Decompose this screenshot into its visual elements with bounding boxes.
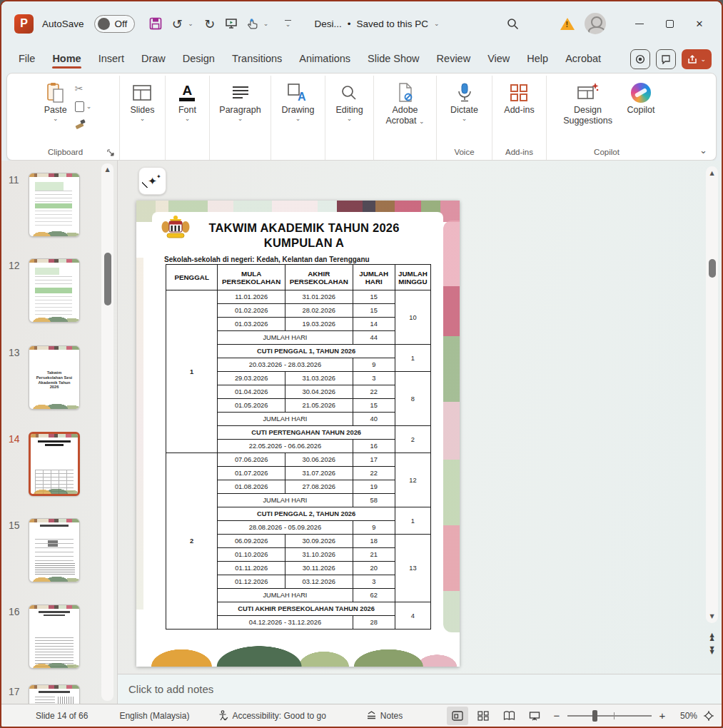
document-title-area[interactable]: Desi... • Saved to this PC ⌄ [314, 19, 439, 29]
slide-indicator[interactable]: Slide 14 of 66 [1, 704, 95, 727]
thumbnail-number-13[interactable]: 13 [1, 345, 29, 410]
table-header-cell[interactable]: MULA PERSEKOLAHAN [218, 265, 285, 290]
table-cell[interactable]: 04.12.2026 - 31.12.2026 [218, 616, 353, 630]
clipboard-dialog-launcher[interactable] [106, 148, 115, 157]
table-cell[interactable]: 01.11.2026 [218, 562, 285, 575]
slide-thumbnail-11[interactable] [29, 173, 80, 237]
addins-button[interactable]: Add-ins [499, 77, 539, 116]
table-cell[interactable]: 31.10.2026 [285, 548, 353, 562]
account-avatar[interactable] [585, 13, 606, 34]
editor-scrollbar-thumb[interactable] [709, 259, 716, 278]
table-cell[interactable]: 06.09.2026 [218, 535, 285, 548]
powerpoint-logo-icon[interactable]: P [14, 14, 34, 34]
table-cell[interactable]: 2 [166, 453, 218, 630]
designer-button[interactable]: ✦ [138, 167, 166, 195]
touch-mode-chevron[interactable]: ⌄ [263, 21, 269, 27]
share-button[interactable]: ⌄ [682, 49, 712, 69]
close-button[interactable]: ✕ [684, 11, 714, 36]
table-cell[interactable]: 01.07.2026 [218, 467, 285, 480]
copy-button[interactable]: ⌄ [75, 99, 92, 113]
table-cell[interactable]: 9 [353, 358, 395, 372]
table-cell[interactable]: 3 [353, 372, 395, 385]
table-cell[interactable]: JUMLAH HARI [218, 331, 353, 345]
table-cell[interactable]: 19 [353, 480, 395, 494]
tab-draw[interactable]: Draw [134, 48, 173, 71]
adobe-acrobat-button[interactable]: Adobe Acrobat ⌄ [378, 77, 433, 126]
table-cell[interactable]: 30.06.2026 [285, 453, 353, 467]
save-button[interactable] [145, 13, 166, 34]
table-cell[interactable]: CUTI PERTENGAHAN TAHUN 2026 [218, 426, 395, 440]
language-indicator[interactable]: English (Malaysia) [112, 704, 196, 727]
table-cell[interactable]: 07.06.2026 [218, 453, 285, 467]
zoom-slider-thumb[interactable] [592, 710, 597, 722]
table-cell[interactable]: 28 [353, 616, 395, 630]
table-cell[interactable]: 31.01.2026 [285, 290, 353, 304]
table-cell[interactable]: 4 [395, 602, 430, 630]
table-cell[interactable]: 16 [353, 440, 395, 453]
table-cell[interactable]: 19.03.2026 [285, 318, 353, 331]
cut-button[interactable]: ✂ [75, 81, 92, 96]
table-cell[interactable]: 2 [395, 426, 430, 453]
slide-thumbnail-15[interactable] [29, 518, 80, 582]
table-cell[interactable]: 31.03.2026 [285, 372, 353, 385]
undo-button[interactable]: ↺ [166, 13, 188, 34]
editor-scrollbar[interactable]: ▲ ▼ [706, 166, 718, 623]
table-cell[interactable]: 11.01.2026 [218, 290, 285, 304]
table-cell[interactable]: 20 [353, 562, 395, 575]
design-suggestions-button[interactable]: Design Suggestions [554, 77, 622, 126]
thumbnail-scroll-up-icon[interactable]: ▲ [101, 166, 113, 173]
table-cell[interactable]: CUTI PENGGAL 1, TAHUN 2026 [218, 345, 395, 358]
table-cell[interactable]: 10 [395, 290, 430, 345]
table-cell[interactable]: 22 [353, 385, 395, 399]
table-cell[interactable]: 58 [353, 494, 395, 507]
table-cell[interactable]: 28.08.2026 - 05.09.2026 [218, 521, 353, 535]
table-cell[interactable]: 14 [353, 318, 395, 331]
table-cell[interactable]: 01.03.2026 [218, 318, 285, 331]
slideshow-view-button[interactable] [524, 707, 545, 725]
quick-access-options-button[interactable]: ⌄ [277, 13, 298, 34]
slide-thumbnail-17[interactable] [29, 684, 80, 704]
thumbnail-number-14[interactable]: 14 [1, 432, 29, 496]
tab-view[interactable]: View [480, 48, 517, 71]
slide-subtitle[interactable]: Sekolah-sekolah di negeri: Kedah, Kelant… [164, 256, 370, 263]
slide-title[interactable]: TAKWIM AKADEMIK TAHUN 2026 KUMPULAN A [186, 221, 422, 251]
format-painter-button[interactable] [75, 117, 92, 131]
tab-home[interactable]: Home [45, 48, 88, 71]
font-button[interactable]: A Font ⌄ [173, 77, 201, 122]
table-cell[interactable]: 22.05.2026 - 06.06.2026 [218, 440, 353, 453]
normal-view-button[interactable] [447, 707, 468, 725]
table-cell[interactable]: 30.11.2026 [285, 562, 353, 575]
table-cell[interactable]: 13 [395, 535, 430, 602]
dictate-chevron[interactable]: ⌄ [462, 116, 467, 122]
table-cell[interactable]: 21.05.2026 [285, 399, 353, 413]
thumbnail-scrollbar-thumb[interactable] [104, 253, 111, 305]
fit-slide-to-window-button[interactable] [703, 710, 714, 722]
search-button[interactable] [502, 13, 523, 34]
notes-toggle-button[interactable]: Notes [359, 704, 410, 727]
tab-review[interactable]: Review [430, 48, 478, 71]
warning-icon[interactable] [560, 18, 575, 30]
table-cell[interactable]: 15 [353, 399, 395, 413]
zoom-out-button[interactable]: − [552, 709, 562, 722]
slide-thumbnail-14[interactable] [29, 432, 80, 496]
table-header-cell[interactable]: JUMLAH HARI [353, 265, 395, 290]
save-status-chevron[interactable]: ⌄ [434, 21, 440, 27]
tab-slide-show[interactable]: Slide Show [360, 48, 427, 71]
zoom-in-button[interactable]: + [657, 709, 667, 722]
zoom-level[interactable]: 50% [672, 711, 697, 721]
table-cell[interactable]: 27.08.2026 [285, 480, 353, 494]
tab-transitions[interactable]: Transitions [225, 48, 289, 71]
autosave-toggle[interactable]: Off [94, 15, 136, 33]
table-cell[interactable]: 40 [353, 413, 395, 426]
touch-mouse-mode-button[interactable] [242, 13, 263, 34]
tab-help[interactable]: Help [520, 48, 555, 71]
maximize-button[interactable] [654, 11, 684, 36]
notes-pane[interactable]: Click to add notes [118, 674, 722, 704]
slide-thumbnail-13[interactable]: Takwim Persekolahan Sesi Akademik Tahun … [29, 345, 80, 410]
slide-thumbnail-12[interactable] [29, 258, 80, 323]
copilot-button[interactable]: Copilot [622, 77, 660, 116]
slide-thumbnail-16[interactable] [29, 605, 80, 669]
table-cell[interactable]: 01.12.2026 [218, 575, 285, 589]
table-cell[interactable]: 21 [353, 548, 395, 562]
table-cell[interactable]: JUMLAH HARI [218, 413, 353, 426]
